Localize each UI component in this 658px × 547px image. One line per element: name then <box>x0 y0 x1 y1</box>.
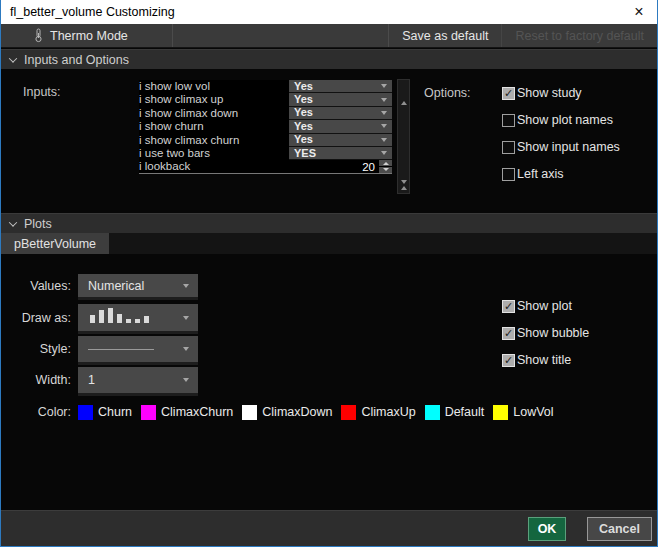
input-name: i show climax churn <box>139 134 289 147</box>
input-dropdown[interactable]: YES <box>289 147 392 160</box>
save-as-default-button[interactable]: Save as default <box>388 24 501 47</box>
dropdown-arrow-icon <box>381 151 387 155</box>
dropdown-arrow-icon <box>183 316 189 320</box>
swatch-icon[interactable] <box>425 405 440 420</box>
draw-as-dropdown[interactable] <box>78 304 198 331</box>
inputs-and-options-section-header[interactable]: Inputs and Options <box>1 49 657 69</box>
color-swatch-lowvol: LowVol <box>493 405 553 420</box>
checkbox-show-plot[interactable]: Show plot <box>502 299 572 313</box>
dropdown-arrow-icon <box>381 124 387 128</box>
color-swatch-climaxchurn: ClimaxChurn <box>141 405 233 420</box>
checkbox-left-axis[interactable]: Left axis <box>502 167 564 181</box>
ok-button[interactable]: OK <box>528 517 566 541</box>
histogram-icon <box>90 308 149 328</box>
checkbox-icon[interactable] <box>502 87 515 100</box>
dropdown-arrow-icon <box>381 138 387 142</box>
dropdown-arrow-icon <box>381 98 387 102</box>
dropdown-arrow-icon <box>381 84 387 88</box>
inputs-scrollbar[interactable] <box>397 79 410 194</box>
thermo-mode-button[interactable]: Thermo Mode <box>1 24 173 47</box>
plots-title: Plots <box>24 217 52 231</box>
color-swatches: Churn ClimaxChurn ClimaxDown ClimaxUp De… <box>78 405 554 420</box>
toolbar: Thermo Mode Save as default Reset to fac… <box>1 24 657 48</box>
values-label: Values: <box>1 279 71 293</box>
title-bar: fl_better_volume Customizing × <box>1 0 657 24</box>
swatch-icon[interactable] <box>141 405 156 420</box>
checkbox-show-title[interactable]: Show title <box>502 353 571 367</box>
color-row: Color: Churn ClimaxChurn ClimaxDown Clim… <box>1 403 554 421</box>
input-dropdown[interactable]: Yes <box>289 93 392 106</box>
input-dropdown[interactable]: Yes <box>289 107 392 120</box>
color-swatch-climaxdown: ClimaxDown <box>242 405 332 420</box>
checkbox-show-plot-names[interactable]: Show plot names <box>502 113 613 127</box>
input-name: i lookback <box>139 160 289 172</box>
swatch-icon[interactable] <box>341 405 356 420</box>
style-dropdown[interactable] <box>78 336 198 362</box>
width-dropdown[interactable]: 1 <box>78 367 198 393</box>
input-name: i use two bars <box>139 147 289 160</box>
scroll-up-icon[interactable] <box>401 84 407 102</box>
customizing-dialog: fl_better_volume Customizing × Thermo Mo… <box>0 0 658 547</box>
plots-tab-bar: pBetterVolume <box>1 233 657 254</box>
dropdown-arrow-icon <box>381 111 387 115</box>
input-row: i lookback 20 <box>139 160 392 173</box>
lookback-spinner[interactable] <box>379 160 392 172</box>
checkbox-show-input-names[interactable]: Show input names <box>502 140 620 154</box>
options-label: Options: <box>424 86 471 100</box>
thermometer-icon <box>34 28 43 43</box>
input-row: i show climax churn Yes <box>139 134 392 147</box>
toolbar-spacer <box>173 24 388 47</box>
window-title: fl_better_volume Customizing <box>1 5 175 19</box>
width-label: Width: <box>1 373 71 387</box>
input-dropdown[interactable]: Yes <box>289 80 392 93</box>
checkbox-icon[interactable] <box>502 168 515 181</box>
color-label: Color: <box>1 405 71 419</box>
input-name: i show climax down <box>139 107 289 120</box>
draw-as-row: Draw as: <box>1 304 198 331</box>
chevron-down-icon <box>9 218 17 226</box>
solid-line-icon <box>88 349 154 350</box>
swatch-icon[interactable] <box>78 405 93 420</box>
checkbox-show-study[interactable]: Show study <box>502 86 582 100</box>
input-name: i show climax up <box>139 93 289 106</box>
cancel-button[interactable]: Cancel <box>587 517 652 541</box>
checkbox-icon[interactable] <box>502 327 515 340</box>
values-row: Values: Numerical <box>1 274 198 297</box>
checkbox-icon[interactable] <box>502 300 515 313</box>
scroll-down-icon[interactable] <box>401 184 407 202</box>
swatch-icon[interactable] <box>242 405 257 420</box>
footer-bar: OK Cancel <box>1 510 657 546</box>
lookback-value-field[interactable]: 20 <box>289 160 379 172</box>
spinner-up-icon[interactable] <box>379 160 392 166</box>
style-label: Style: <box>1 342 71 356</box>
input-row: i show climax up Yes <box>139 93 392 106</box>
checkbox-icon[interactable] <box>502 141 515 154</box>
chevron-down-icon <box>9 54 17 62</box>
values-dropdown[interactable]: Numerical <box>78 274 198 297</box>
color-swatch-churn: Churn <box>78 405 132 420</box>
dropdown-arrow-icon <box>183 378 189 382</box>
dropdown-arrow-icon <box>183 284 189 288</box>
swatch-icon[interactable] <box>493 405 508 420</box>
input-name: i show churn <box>139 120 289 133</box>
draw-as-label: Draw as: <box>1 311 71 325</box>
input-row: i show churn Yes <box>139 120 392 133</box>
tab-pbettervolume[interactable]: pBetterVolume <box>1 233 109 254</box>
input-row: i show low vol Yes <box>139 80 392 93</box>
input-dropdown[interactable]: Yes <box>289 134 392 147</box>
inputs-label: Inputs: <box>23 85 61 99</box>
width-row: Width: 1 <box>1 367 198 393</box>
checkbox-show-bubble[interactable]: Show bubble <box>502 326 589 340</box>
color-swatch-default: Default <box>425 405 485 420</box>
checkbox-icon[interactable] <box>502 114 515 127</box>
checkbox-icon[interactable] <box>502 354 515 367</box>
plots-section-header[interactable]: Plots <box>1 213 657 233</box>
color-swatch-climaxup: ClimaxUp <box>341 405 415 420</box>
close-icon[interactable]: × <box>621 0 657 24</box>
thermo-mode-label: Thermo Mode <box>50 29 128 43</box>
dropdown-arrow-icon <box>183 347 189 351</box>
inputs-and-options-title: Inputs and Options <box>24 53 129 67</box>
input-name: i show low vol <box>139 80 289 93</box>
spinner-down-icon[interactable] <box>379 167 392 173</box>
input-dropdown[interactable]: Yes <box>289 120 392 133</box>
